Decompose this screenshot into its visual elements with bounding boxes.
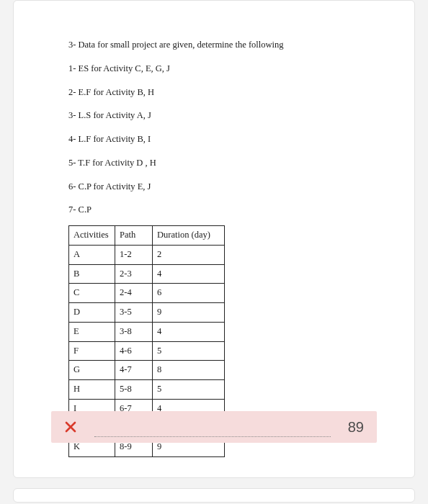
cell-activity: H bbox=[69, 380, 115, 400]
cell-duration: 6 bbox=[153, 284, 225, 303]
cell-path: 4-6 bbox=[115, 341, 153, 361]
answer-input-wrap bbox=[94, 411, 331, 443]
cell-duration: 5 bbox=[153, 380, 225, 400]
cell-path: 5-8 bbox=[115, 380, 153, 400]
question-item: 1- ES for Activity C, E, G, J bbox=[68, 60, 375, 78]
cell-path: 1-2 bbox=[115, 245, 153, 264]
table-row: D3-59 bbox=[69, 303, 225, 323]
question-item: 4- L.F for Activity B, I bbox=[68, 131, 375, 148]
next-card-peek bbox=[13, 488, 415, 503]
cell-path: 3-8 bbox=[115, 322, 153, 341]
table-row: C2-46 bbox=[69, 284, 225, 303]
answer-bar: 89 bbox=[51, 411, 377, 443]
cell-path: 4-7 bbox=[115, 361, 153, 380]
cell-path: 3-5 bbox=[115, 303, 153, 323]
question-item: 3- L.S for Activity A, J bbox=[68, 107, 375, 125]
cell-path: 2-4 bbox=[115, 284, 153, 303]
cell-activity: D bbox=[69, 303, 115, 323]
question-item: 2- E.F for Activity B, H bbox=[68, 84, 375, 102]
question-item: 6- C.P for Activity E, J bbox=[68, 179, 375, 196]
cell-duration: 4 bbox=[153, 322, 225, 341]
cell-duration: 8 bbox=[153, 361, 225, 380]
cell-activity: B bbox=[69, 264, 115, 284]
answer-score: 89 bbox=[348, 419, 364, 436]
table-row: H5-85 bbox=[69, 380, 225, 400]
answer-input[interactable] bbox=[94, 423, 331, 437]
cell-duration: 2 bbox=[153, 245, 225, 264]
incorrect-icon bbox=[64, 420, 77, 433]
cell-activity: G bbox=[69, 361, 115, 380]
question-card: 3- Data for small project are given, det… bbox=[13, 0, 415, 478]
table-row: E3-84 bbox=[69, 322, 225, 341]
header-duration: Duration (day) bbox=[153, 226, 225, 246]
cell-activity: E bbox=[69, 322, 115, 341]
header-path: Path bbox=[115, 226, 153, 246]
cell-path: 2-3 bbox=[115, 264, 153, 284]
cell-duration: 9 bbox=[153, 303, 225, 323]
question-content: 3- Data for small project are given, det… bbox=[38, 30, 390, 457]
question-prompt: 3- Data for small project are given, det… bbox=[68, 37, 375, 54]
cell-activity: F bbox=[69, 341, 115, 361]
header-activities: Activities bbox=[69, 226, 115, 246]
cell-duration: 5 bbox=[153, 341, 225, 361]
table-row: B2-34 bbox=[69, 264, 225, 284]
cell-activity: A bbox=[69, 245, 115, 264]
question-item: 7- C.P bbox=[68, 202, 375, 219]
cell-activity: C bbox=[69, 284, 115, 303]
cell-duration: 4 bbox=[153, 264, 225, 284]
table-row: G4-78 bbox=[69, 361, 225, 380]
table-header-row: Activities Path Duration (day) bbox=[69, 226, 225, 246]
question-item: 5- T.F for Activity D , H bbox=[68, 155, 375, 172]
table-row: F4-65 bbox=[69, 341, 225, 361]
table-row: A1-22 bbox=[69, 245, 225, 264]
